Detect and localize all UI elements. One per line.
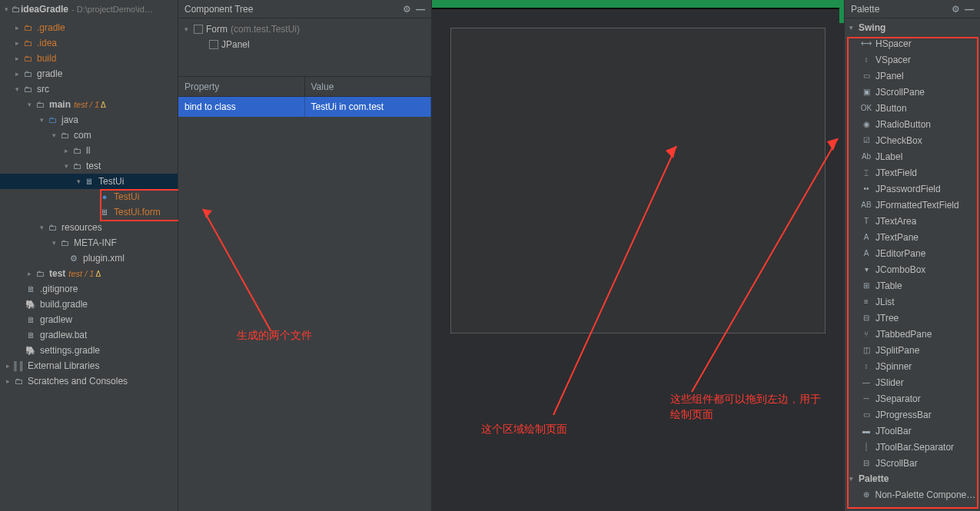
form-icon: 🗏 <box>98 207 111 217</box>
palette-item-jradiobutton[interactable]: ◉JRadioButton <box>845 116 980 132</box>
annotation-text-files: 生成的两个文件 <box>237 329 312 343</box>
component-icon: ☑ <box>860 136 872 144</box>
palette-item-jtextpane[interactable]: AJTextPane <box>845 229 980 245</box>
palette-item-jtree[interactable]: ⊟JTree <box>845 310 980 326</box>
tree-node-resources[interactable]: ▾🗀resources <box>0 220 178 235</box>
palette-item-label: JTextArea <box>875 216 916 227</box>
palette-item-vspacer[interactable]: ↕VSpacer <box>845 51 980 68</box>
file-icon: 🗎 <box>25 330 37 340</box>
tree-node-java[interactable]: ▾🗀java <box>0 112 178 128</box>
property-row-bind[interactable]: bind to class TestUi in com.test <box>178 97 431 117</box>
palette-item-label: JComboBox <box>875 264 925 275</box>
scratch-icon: 🗀 <box>12 377 25 386</box>
tree-node-gradlew-bat[interactable]: 🗎gradlew.bat <box>0 327 178 343</box>
component-tree-header: Component Tree ⚙ — <box>178 0 431 18</box>
tree-node-testui-form[interactable]: 🗏TestUi.form <box>0 204 178 220</box>
palette-item-jsplitpane[interactable]: ◫JSplitPane <box>845 342 980 358</box>
palette-item-jcombobox[interactable]: ▾JComboBox <box>845 261 980 277</box>
palette-item-label: JSeparator <box>875 393 921 404</box>
comp-jpanel-row[interactable]: JPanel <box>178 37 431 52</box>
palette-item-hspacer[interactable]: ⟷HSpacer <box>845 35 980 51</box>
project-tree[interactable]: ▸🗀.gradle ▸🗀.idea ▸🗀build ▸🗀gradle ▾🗀src… <box>0 18 178 511</box>
component-icon: ↕ <box>860 362 872 370</box>
folder-icon: 🗀 <box>71 146 83 155</box>
palette-group-palette[interactable]: ▾Palette <box>845 471 980 486</box>
tree-node-build[interactable]: ▸🗀build <box>0 51 178 66</box>
tree-node-gradle-dot[interactable]: ▸🗀.gradle <box>0 20 178 35</box>
component-tree-panel: Component Tree ⚙ — ▾ Form (com.test.Test… <box>178 0 432 511</box>
tree-node-test[interactable]: ▾🗀test <box>0 158 178 174</box>
palette-item-jprogressbar[interactable]: ▭JProgressBar <box>845 406 980 423</box>
component-icon: ◫ <box>860 346 872 354</box>
component-tree[interactable]: ▾ Form (com.test.TestUi) JPanel <box>178 18 431 77</box>
palette-item-jlist[interactable]: ≡JList <box>845 294 980 310</box>
palette-item-jtoolbar-separator[interactable]: ┊JToolBar.Separator <box>845 439 980 455</box>
palette-item-label: JEditorPane <box>875 248 925 259</box>
tree-node-external-libs[interactable]: ▸║║External Libraries <box>0 358 178 373</box>
palette-group-swing[interactable]: ▾Swing <box>845 20 980 35</box>
tree-node-scratches[interactable]: ▸🗀Scratches and Consoles <box>0 373 178 389</box>
palette-item-jtable[interactable]: ⊞JTable <box>845 277 980 294</box>
component-icon: ┊ <box>860 443 872 451</box>
property-col-value: Value <box>305 77 432 96</box>
palette-item-jtextarea[interactable]: TJTextArea <box>845 213 980 229</box>
palette-item-jlabel[interactable]: AbJLabel <box>845 148 980 164</box>
tree-node-main[interactable]: ▾🗀maintest / 1Δ <box>0 97 178 112</box>
palette-item-jspinner[interactable]: ↕JSpinner <box>845 358 980 374</box>
warn-icon: Δ <box>101 101 106 109</box>
tree-node-com[interactable]: ▾🗀com <box>0 128 178 143</box>
palette-item-jpasswordfield[interactable]: ••JPasswordField <box>845 181 980 197</box>
designer-canvas[interactable] <box>450 28 826 333</box>
palette-item-label: VSpacer <box>875 55 911 65</box>
svg-line-0 <box>203 209 271 330</box>
svg-marker-1 <box>203 209 212 218</box>
component-icon: ⊟ <box>860 314 872 322</box>
tree-node-gradlew[interactable]: 🗎gradlew <box>0 312 178 327</box>
tree-node-testui-group[interactable]: ▾🗏TestUi <box>0 174 178 189</box>
folder-icon: 🗀 <box>22 38 34 48</box>
palette-item-jseparator[interactable]: ─JSeparator <box>845 390 980 406</box>
tree-node-testui-class[interactable]: ●TestUi <box>0 189 178 204</box>
file-icon: 🗎 <box>25 315 37 324</box>
designer-topbar <box>432 0 844 9</box>
jpanel-icon <box>209 40 218 49</box>
palette-item-label: JProgressBar <box>875 410 932 420</box>
tree-node-ll[interactable]: ▸🗀ll <box>0 143 178 158</box>
tree-node-settings-gradle[interactable]: 🐘settings.gradle <box>0 343 178 358</box>
xml-icon: ⚙ <box>68 254 80 264</box>
tree-node-test-src[interactable]: ▸🗀testtest / 1Δ <box>0 266 178 281</box>
palette-item-jslider[interactable]: —JSlider <box>845 374 980 390</box>
folder-icon: 🗀 <box>22 54 34 63</box>
tree-node-gitignore[interactable]: 🗎.gitignore <box>0 281 178 297</box>
folder-icon: 🗀 <box>58 238 71 247</box>
palette-item-jtoolbar[interactable]: ▬JToolBar <box>845 423 980 439</box>
folder-icon: 🗀 <box>22 69 34 78</box>
comp-form-row[interactable]: ▾ Form (com.test.TestUi) <box>178 22 431 37</box>
palette-item-non-palette[interactable]: ⊕Non-Palette Component… <box>845 486 980 503</box>
palette-item-jpanel[interactable]: ▭JPanel <box>845 68 980 84</box>
tree-node-build-gradle[interactable]: 🐘build.gradle <box>0 297 178 312</box>
tree-node-src[interactable]: ▾🗀src <box>0 81 178 97</box>
palette-item-jscrollbar[interactable]: ⊟JScrollBar <box>845 455 980 471</box>
component-icon: ─ <box>860 394 872 403</box>
palette-item-jcheckbox[interactable]: ☑JCheckBox <box>845 132 980 148</box>
tree-node-gradle[interactable]: ▸🗀gradle <box>0 66 178 81</box>
tree-node-idea-dot[interactable]: ▸🗀.idea <box>0 35 178 51</box>
palette-item-jformattedtextfield[interactable]: ABJFormattedTextField <box>845 197 980 213</box>
component-icon: — <box>860 378 872 387</box>
property-table: Property Value bind to class TestUi in c… <box>178 77 431 117</box>
tree-node-plugin-xml[interactable]: ⚙plugin.xml <box>0 251 178 266</box>
palette-item-jtextfield[interactable]: ⌶JTextField <box>845 164 980 181</box>
palette-item-jeditorpane[interactable]: AJEditorPane <box>845 245 980 261</box>
minimize-icon[interactable]: — <box>416 4 425 15</box>
tree-node-metainf[interactable]: ▾🗀META-INF <box>0 235 178 251</box>
minimize-icon[interactable]: — <box>965 4 974 15</box>
gear-icon[interactable]: ⚙ <box>403 4 411 15</box>
palette-item-jbutton[interactable]: OKJButton <box>845 100 980 116</box>
palette-list[interactable]: ▾Swing ⟷HSpacer↕VSpacer▭JPanel▣JScrollPa… <box>845 18 980 511</box>
component-icon: ≡ <box>860 297 872 306</box>
palette-item-jtabbedpane[interactable]: ⑂JTabbedPane <box>845 326 980 342</box>
gear-icon[interactable]: ⚙ <box>952 4 960 15</box>
component-icon: ⟷ <box>860 39 872 48</box>
palette-item-jscrollpane[interactable]: ▣JScrollPane <box>845 84 980 100</box>
